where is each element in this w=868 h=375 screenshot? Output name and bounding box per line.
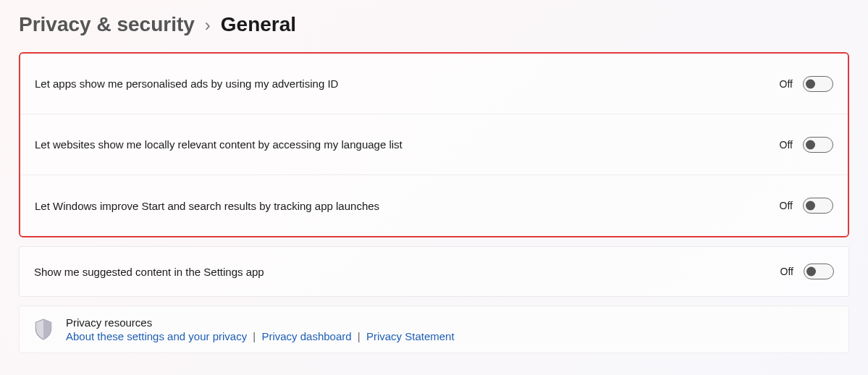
toggle-switch[interactable] (804, 264, 834, 279)
highlighted-settings-group: Let apps show me personalised ads by usi… (19, 52, 849, 237)
chevron-right-icon: › (205, 15, 211, 35)
toggle-knob (806, 201, 815, 211)
toggle-group: Off (780, 264, 834, 279)
setting-label: Let websites show me locally relevant co… (35, 138, 403, 151)
toggle-state-text: Off (780, 266, 793, 277)
toggle-state-text: Off (780, 139, 793, 151)
toggle-switch[interactable] (803, 76, 833, 92)
setting-language-list[interactable]: Let websites show me locally relevant co… (20, 114, 848, 175)
toggle-knob (806, 79, 815, 88)
toggle-switch[interactable] (803, 137, 833, 153)
toggle-knob (806, 267, 816, 277)
privacy-resources-card: Privacy resources About these settings a… (19, 306, 849, 353)
setting-suggested-content[interactable]: Show me suggested content in the Setting… (19, 246, 849, 297)
toggle-group: Off (780, 198, 833, 214)
resources-links: About these settings and your privacy | … (66, 330, 455, 342)
toggle-state-text: Off (780, 78, 793, 90)
link-privacy-dashboard[interactable]: Privacy dashboard (261, 330, 351, 342)
setting-label: Let Windows improve Start and search res… (35, 200, 379, 212)
resources-title: Privacy resources (66, 316, 455, 329)
link-separator: | (250, 330, 258, 342)
setting-label: Show me suggested content in the Setting… (34, 266, 264, 278)
toggle-knob (806, 140, 815, 149)
page-title: General (221, 13, 296, 36)
breadcrumb: Privacy & security › General (19, 13, 849, 36)
setting-app-launches[interactable]: Let Windows improve Start and search res… (20, 175, 848, 236)
setting-label: Let apps show me personalised ads by usi… (35, 77, 338, 90)
toggle-switch[interactable] (803, 198, 833, 214)
setting-advertising-id[interactable]: Let apps show me personalised ads by usi… (20, 54, 848, 114)
toggle-state-text: Off (780, 200, 793, 211)
toggle-group: Off (780, 137, 833, 153)
shield-icon (34, 319, 53, 340)
link-separator: | (355, 330, 363, 342)
breadcrumb-parent[interactable]: Privacy & security (19, 13, 195, 36)
toggle-group: Off (780, 76, 833, 92)
link-privacy-statement[interactable]: Privacy Statement (366, 330, 455, 342)
link-about-settings[interactable]: About these settings and your privacy (66, 330, 247, 342)
